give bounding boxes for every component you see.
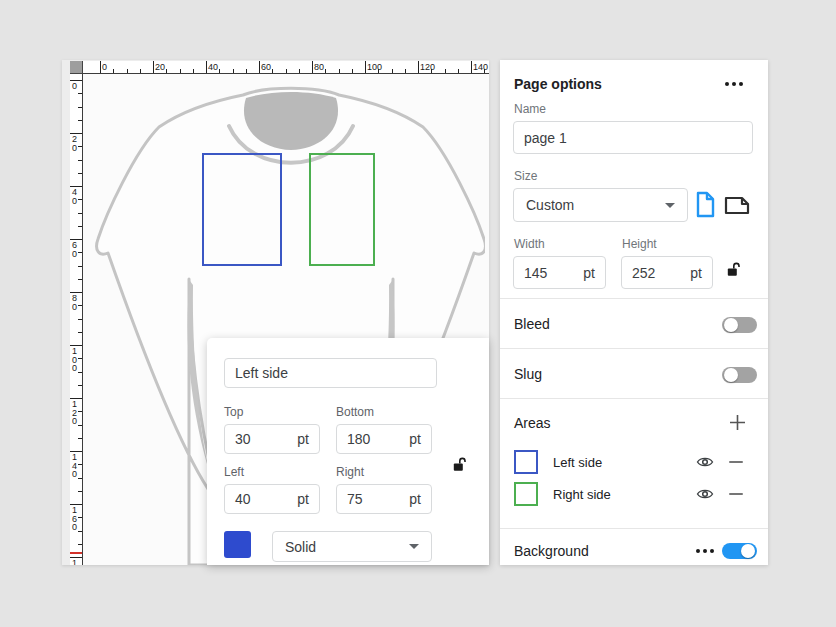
page-options-panel: Page options Name Size Custom Width Heig… <box>500 60 768 565</box>
divider <box>500 348 768 349</box>
bottom-margin-field[interactable]: 180 pt <box>336 424 432 454</box>
remove-area-icon[interactable] <box>729 461 743 463</box>
remove-area-icon[interactable] <box>729 493 743 495</box>
right-side-area-rect[interactable] <box>309 153 375 266</box>
top-margin-field[interactable]: 30 pt <box>224 424 320 454</box>
page-height-value: 252 <box>632 265 655 281</box>
bottom-margin-unit: pt <box>409 431 421 447</box>
left-side-area-rect[interactable] <box>202 153 282 266</box>
fill-type-value: Solid <box>285 539 316 555</box>
background-label: Background <box>514 543 589 559</box>
bleed-label: Bleed <box>514 316 550 332</box>
divider <box>500 398 768 399</box>
area-item-label: Left side <box>553 455 602 470</box>
page-name-input[interactable] <box>513 121 753 154</box>
area-item-label: Right side <box>553 487 611 502</box>
top-margin-value: 30 <box>235 431 251 447</box>
bleed-toggle[interactable] <box>722 317 757 333</box>
background-menu-icon[interactable] <box>696 549 714 553</box>
area-name-input[interactable] <box>224 358 437 388</box>
left-margin-unit: pt <box>297 491 309 507</box>
divider <box>500 528 768 529</box>
divider <box>500 298 768 299</box>
background-toggle[interactable] <box>722 543 757 559</box>
fill-type-select[interactable]: Solid <box>272 531 432 562</box>
page-width-unit: pt <box>583 265 595 281</box>
page-size-value: Custom <box>526 197 574 213</box>
areas-label: Areas <box>514 415 551 431</box>
right-field-label: Right <box>336 465 364 479</box>
visibility-eye-icon[interactable] <box>696 455 714 469</box>
page-width-field[interactable]: 145 pt <box>513 256 606 289</box>
left-side-color-swatch <box>514 450 538 474</box>
name-label: Name <box>514 102 546 116</box>
bottom-margin-value: 180 <box>347 431 370 447</box>
top-field-label: Top <box>224 405 243 419</box>
chevron-down-icon <box>409 544 419 549</box>
page-height-unit: pt <box>690 265 702 281</box>
slug-toggle[interactable] <box>722 367 757 383</box>
size-label: Size <box>514 169 537 183</box>
ruler-corner <box>70 61 83 74</box>
link-margins-lock-icon[interactable] <box>453 457 467 472</box>
link-dimensions-lock-icon[interactable] <box>727 262 741 277</box>
portrait-orientation-icon[interactable] <box>694 191 716 218</box>
right-margin-value: 75 <box>347 491 363 507</box>
visibility-eye-icon[interactable] <box>696 487 714 501</box>
top-margin-unit: pt <box>297 431 309 447</box>
vertical-ruler[interactable]: 020406080100120140160180 <box>70 74 83 565</box>
right-margin-unit: pt <box>409 491 421 507</box>
panel-title: Page options <box>514 76 602 92</box>
add-area-icon[interactable] <box>729 414 746 431</box>
ruler-guide-marker[interactable] <box>70 552 83 554</box>
right-margin-field[interactable]: 75 pt <box>336 484 432 514</box>
height-label: Height <box>622 237 657 251</box>
right-side-color-swatch <box>514 482 538 506</box>
left-margin-field[interactable]: 40 pt <box>224 484 320 514</box>
horizontal-ruler[interactable]: 020406080100120140 <box>83 61 489 74</box>
slug-label: Slug <box>514 366 542 382</box>
landscape-orientation-icon[interactable] <box>724 195 750 216</box>
area-editor-dialog: Top Bottom 30 pt 180 pt Left Right 40 pt… <box>207 338 489 565</box>
left-margin-value: 40 <box>235 491 251 507</box>
bottom-field-label: Bottom <box>336 405 374 419</box>
chevron-down-icon <box>665 203 675 208</box>
app-window: 020406080100120140 020406080100120140160… <box>0 0 836 627</box>
page-height-field[interactable]: 252 pt <box>621 256 713 289</box>
page-size-select[interactable]: Custom <box>513 188 688 222</box>
panel-menu-icon[interactable] <box>725 82 743 86</box>
area-fill-color-swatch[interactable] <box>224 531 251 558</box>
page-width-value: 145 <box>524 265 547 281</box>
width-label: Width <box>514 237 545 251</box>
left-field-label: Left <box>224 465 244 479</box>
